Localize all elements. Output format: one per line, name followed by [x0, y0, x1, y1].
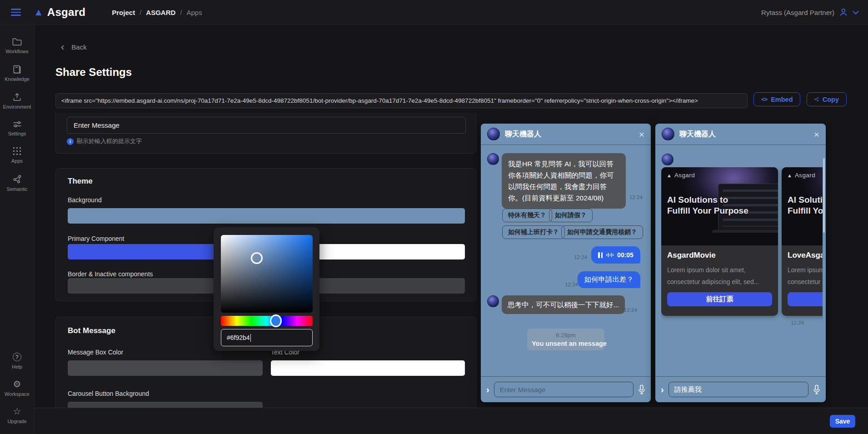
card-title: LoveAsgard: [788, 251, 823, 260]
enter-message-input[interactable]: Enter Message: [67, 117, 466, 134]
bottom-action-bar: Save: [35, 408, 868, 434]
quick-reply-chip[interactable]: 如何補上班打卡？: [502, 225, 565, 239]
sidebar-item-workspace[interactable]: ⚙ Workspace: [0, 379, 35, 397]
hero-brand-name: Asgard: [795, 172, 815, 179]
expand-chevron-icon[interactable]: ›: [486, 384, 489, 395]
card-description: Lorem ipsum dolor sit amet, consectetur …: [667, 264, 772, 288]
sidebar-item-label: Help: [12, 364, 22, 369]
waveform-icon: [606, 252, 614, 258]
asgard-logo-icon: ▲: [667, 173, 672, 178]
save-button[interactable]: Save: [830, 415, 855, 428]
chat-preview-panel-1: 聊天機器人 × 我是HR 常見問答 AI，我可以回答你各項關於人資相關的問題，你…: [481, 124, 651, 402]
breadcrumb-app[interactable]: ASGARD: [146, 9, 175, 16]
sidebar-item-label: Upgrade: [7, 419, 26, 424]
folder-icon: [12, 38, 22, 46]
sidebar-item-label: Knowledge: [5, 76, 29, 82]
apps-grid-icon: [13, 147, 21, 155]
hero-brand: ▲ Asgard: [667, 172, 695, 179]
primary-component-label: Primary Component: [68, 235, 125, 242]
breadcrumb-project[interactable]: Project: [112, 9, 135, 16]
message-box-color-swatch[interactable]: [68, 360, 263, 376]
bot-avatar: [487, 153, 499, 165]
embed-button[interactable]: <> Embed: [753, 92, 800, 106]
copy-button[interactable]: Copy: [807, 92, 847, 106]
bot-thinking-bubble: 思考中，可不可以稍後一下下就好...: [502, 295, 625, 314]
message-box-color-label: Message Box Color: [68, 349, 123, 356]
saturation-square[interactable]: [221, 235, 313, 313]
unsent-text: You unsent an message: [532, 340, 600, 347]
breadcrumb-separator: /: [140, 9, 141, 16]
card-hero-image: ▲ Asgard AI Solutions to Fulfill Your Pu…: [661, 167, 778, 245]
user-icon[interactable]: [839, 8, 848, 17]
chevron-down-icon[interactable]: [853, 10, 859, 15]
sidebar-item-label: Environment: [3, 104, 31, 110]
color-picker-popover: #6f92b4: [214, 227, 319, 351]
card-hero-image: ▲ Asgard AI Solutions to Fulfill Your Pu…: [782, 167, 823, 245]
user-label: Rytass (Asgard Partner): [761, 9, 834, 16]
breadcrumb-separator: /: [180, 9, 182, 16]
hue-slider-thumb[interactable]: [270, 314, 282, 327]
quick-reply-chip[interactable]: 特休有幾天？: [502, 209, 552, 222]
sidebar-item-help[interactable]: ? Help: [0, 353, 35, 369]
input-hint: i 顯示於輸入框的提示文字: [67, 137, 142, 145]
border-inactive-label: Border & Inactive components: [68, 270, 153, 278]
share-icon: [814, 96, 819, 103]
carousel-button-bg-label: Carousel Button Background: [68, 390, 149, 397]
sidebar-item-workflows[interactable]: Workflows: [0, 38, 35, 54]
sidebar-item-knowledge[interactable]: Knowledge: [0, 65, 35, 82]
hero-headline: AI Solutions to Fulfill Your Purpose: [667, 195, 749, 216]
panel-scrollbar[interactable]: [823, 158, 825, 233]
text-color-swatch[interactable]: [271, 360, 465, 376]
background-label: Background: [68, 196, 102, 204]
quick-reply-chip[interactable]: 如何請假？: [549, 209, 593, 222]
asgard-logo-icon: ▲: [34, 7, 44, 17]
audio-message-bubble[interactable]: 00:05: [591, 246, 640, 264]
message-timestamp: 12:24: [565, 282, 578, 287]
carousel-card[interactable]: ▲ Asgard AI Solutions to Fulfill Your Pu…: [782, 167, 823, 316]
sidebar-item-apps[interactable]: Apps: [0, 147, 35, 164]
info-icon: i: [67, 138, 74, 145]
quick-reply-chip[interactable]: 如何申請交通費用核銷？: [561, 225, 643, 239]
mic-icon[interactable]: [813, 384, 820, 394]
pause-icon[interactable]: [598, 252, 603, 258]
back-label: Back: [71, 43, 86, 51]
carousel-card[interactable]: ▲ Asgard AI Solutions to Fulfill Your Pu…: [661, 167, 778, 316]
navbar-user-area[interactable]: Rytass (Asgard Partner): [761, 8, 859, 17]
message-settings-card: Enter Message i 顯示於輸入框的提示文字: [55, 113, 476, 154]
hero-headline: AI Solutions to Fulfill Your Purpose: [788, 195, 823, 216]
sidebar-item-environment[interactable]: Environment: [0, 93, 35, 110]
card-info: LoveAsgard Lorem ipsum dolor sit amet, c…: [782, 245, 823, 306]
card-cta-button[interactable]: 前往訂票: [788, 292, 823, 306]
carousel: ▲ Asgard AI Solutions to Fulfill Your Pu…: [661, 167, 823, 322]
close-icon[interactable]: ×: [639, 130, 644, 139]
hint-text: 顯示於輸入框的提示文字: [77, 137, 142, 145]
hamburger-menu-icon[interactable]: [11, 9, 21, 16]
card-info: AsgardMovie Lorem ipsum dolor sit amet, …: [661, 245, 778, 306]
brand-name: Asgard: [47, 6, 86, 19]
sidebar-item-upgrade[interactable]: ☆ Upgrade: [0, 407, 35, 424]
hex-color-input[interactable]: #6f92b4: [221, 329, 313, 346]
sidebar-item-semantic[interactable]: Semantic: [0, 175, 35, 192]
close-icon[interactable]: ×: [814, 130, 819, 139]
back-button[interactable]: ‹ Back: [61, 43, 87, 51]
breadcrumb-section: Apps: [187, 9, 202, 16]
chat2-header: 聊天機器人 ×: [655, 124, 826, 145]
mic-icon[interactable]: [638, 384, 645, 394]
sliders-icon: [13, 120, 22, 128]
audio-duration: 00:05: [617, 251, 634, 259]
unsent-message-notice: 6:28pm You unsent an message: [527, 329, 604, 350]
message-timestamp: 12:24: [629, 195, 643, 200]
back-chevron-icon: ‹: [61, 44, 64, 50]
bot-message-title: Bot Message: [68, 326, 115, 335]
saturation-cursor[interactable]: [251, 252, 263, 264]
background-color-swatch[interactable]: [68, 208, 465, 224]
hue-slider[interactable]: [221, 316, 313, 326]
sidebar-item-settings[interactable]: Settings: [0, 120, 35, 136]
chat2-message-input[interactable]: 請推薦我: [668, 382, 808, 397]
page-title: Share Settings: [55, 66, 132, 79]
embed-code-input[interactable]: <iframe src="https://embed.asgard-ai.com…: [55, 93, 748, 108]
card-cta-button[interactable]: 前往訂票: [667, 292, 772, 306]
chat1-message-input[interactable]: Enter Message: [494, 382, 634, 397]
expand-chevron-icon[interactable]: ›: [661, 384, 664, 395]
bot-avatar: [487, 128, 500, 140]
